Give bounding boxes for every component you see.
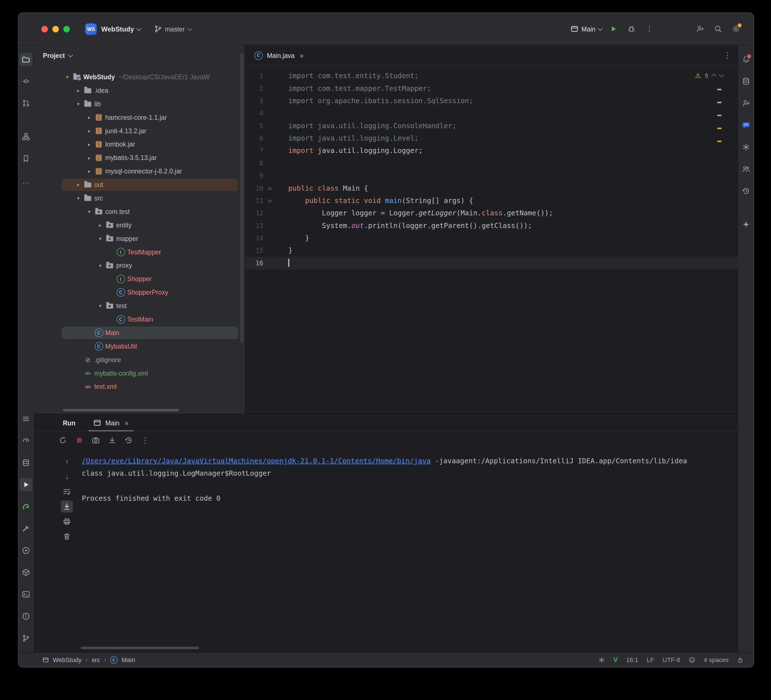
console-link[interactable]: /Users/eve/Library/Java/JavaVirtualMachi…	[82, 457, 431, 465]
services-button[interactable]	[20, 544, 33, 557]
warning-stripe-mark[interactable]	[717, 102, 722, 103]
code-line-15[interactable]: 15}	[246, 244, 738, 257]
code-line-2[interactable]: 2import com.test.mapper.TestMapper;	[246, 82, 738, 95]
tree-item-mybatis-3-5-13-jar[interactable]: ▸mybatis-3.5.13.jar	[34, 151, 245, 164]
next-message-button[interactable]: ↓	[61, 471, 73, 483]
tree-item-com-test[interactable]: ▾com.test	[34, 205, 245, 218]
run-button[interactable]	[607, 23, 620, 36]
code-line-16[interactable]: 16	[246, 257, 738, 269]
search-everywhere-button[interactable]	[712, 23, 725, 36]
run-configurations-button[interactable]	[20, 413, 33, 426]
chevron-expanded-icon[interactable]: ▾	[96, 303, 105, 309]
code-line-4[interactable]: 4	[246, 107, 738, 120]
recent-history-button[interactable]	[740, 184, 752, 197]
plugin-status-letter[interactable]: V	[613, 656, 618, 664]
code-line-3[interactable]: 3import org.apache.ibatis.session.SqlSes…	[246, 95, 738, 107]
chevron-collapsed-icon[interactable]: ▸	[85, 168, 94, 174]
code-line-11[interactable]: 11▷ public static void main(String[] arg…	[246, 195, 738, 207]
chevron-expanded-icon[interactable]: ▾	[74, 101, 83, 107]
print-button[interactable]	[61, 516, 73, 528]
chevron-expanded-icon[interactable]: ▾	[63, 74, 72, 80]
chevron-collapsed-icon[interactable]: ▸	[85, 142, 94, 147]
tree-item-mysql-connector-j-8-2-0-jar[interactable]: ▸mysql-connector-j-8.2.0.jar	[34, 164, 245, 178]
feedback-icon[interactable]	[689, 657, 695, 663]
code-line-5[interactable]: 5import java.util.logging.ConsoleHandler…	[246, 120, 738, 132]
indent-setting[interactable]: 4 spaces	[704, 656, 729, 663]
run-button[interactable]	[20, 478, 33, 491]
tree-item-text-xml[interactable]: </>text.xml	[34, 380, 245, 393]
green-plugin-button[interactable]	[20, 500, 33, 513]
pull-requests-button[interactable]	[20, 97, 33, 110]
project-selector[interactable]: WebStudy	[101, 25, 141, 33]
tree-item-main[interactable]: CMain	[34, 326, 245, 339]
code-line-10[interactable]: 10▷public class Main {	[246, 182, 738, 194]
chevron-expanded-icon[interactable]: ▾	[74, 195, 83, 201]
thread-dump-button[interactable]	[90, 434, 102, 447]
scroll-to-end-button[interactable]	[61, 501, 73, 513]
file-encoding[interactable]: UTF-8	[662, 656, 680, 663]
close-tab-icon[interactable]: ×	[299, 51, 304, 60]
commit-button[interactable]	[20, 75, 33, 88]
breadcrumb-project[interactable]: WebStudy	[53, 656, 81, 663]
code-line-8[interactable]: 8	[246, 157, 738, 169]
branch-selector[interactable]: master	[154, 25, 192, 33]
tree-item-mapper[interactable]: ▾mapper	[34, 232, 245, 245]
build-button[interactable]	[20, 522, 33, 535]
code-line-1[interactable]: 1import com.test.entity.Student;	[246, 70, 738, 82]
tree-item-testmain[interactable]: CTestMain	[34, 313, 245, 326]
warning-stripe-mark[interactable]	[717, 89, 722, 90]
tree-item-webstudy[interactable]: ▾WebStudy~/Desktop/CS/JavaEE/1 JavaW	[34, 70, 245, 84]
code-with-me-button[interactable]	[694, 23, 707, 36]
breadcrumb-src[interactable]: src	[92, 656, 100, 663]
run-gutter-icon[interactable]: ▷	[263, 195, 277, 207]
ai-chat-button[interactable]	[740, 119, 752, 132]
close-window-button[interactable]	[41, 26, 48, 32]
more-options-button[interactable]: ⋮	[139, 434, 151, 447]
chatgpt-status-icon[interactable]	[599, 657, 605, 663]
tree-item-hamcrest-core-1-1-jar[interactable]: ▸hamcrest-core-1.1.jar	[34, 111, 245, 124]
collaborate-button[interactable]	[740, 97, 752, 110]
run-console[interactable]: /Users/eve/Library/Java/JavaVirtualMachi…	[78, 449, 738, 652]
code-line-9[interactable]: 9	[246, 169, 738, 182]
tree-item-shopperproxy[interactable]: CShopperProxy	[34, 286, 245, 299]
prev-message-button[interactable]: ↑	[61, 456, 73, 468]
code-editor[interactable]: 1import com.test.entity.Student;2import …	[246, 66, 738, 414]
dependencies-button[interactable]	[20, 566, 33, 579]
code-line-7[interactable]: 7import java.util.logging.Logger;	[246, 145, 738, 157]
tree-item-entity[interactable]: ▸entity	[34, 218, 245, 232]
zoom-window-button[interactable]	[63, 26, 70, 32]
warning-stripe-mark[interactable]	[717, 128, 722, 129]
version-control-button[interactable]	[20, 632, 33, 645]
more-actions-button[interactable]: ⋮	[643, 23, 656, 36]
line-separator[interactable]: LF	[647, 656, 654, 663]
tree-item-testmapper[interactable]: ITestMapper	[34, 245, 245, 259]
tree-item-proxy[interactable]: ▾proxy	[34, 259, 245, 272]
problems-button[interactable]	[20, 610, 33, 623]
structure-button[interactable]	[20, 130, 33, 143]
minimize-window-button[interactable]	[52, 26, 59, 32]
chevron-collapsed-icon[interactable]: ▸	[96, 223, 105, 228]
run-history-button[interactable]	[123, 434, 135, 447]
console-horizontal-scrollbar[interactable]	[81, 646, 199, 649]
run-tab-main[interactable]: Main ×	[88, 414, 135, 431]
tree-item-shopper[interactable]: IShopper	[34, 272, 245, 286]
notifications-button[interactable]	[740, 53, 752, 66]
chatgpt-button[interactable]	[740, 141, 752, 153]
project-panel-header[interactable]: Project	[34, 45, 245, 65]
project-button[interactable]	[20, 53, 33, 66]
chevron-collapsed-icon[interactable]: ▸	[85, 128, 94, 134]
inspections-widget[interactable]: ⚠ 5	[695, 72, 723, 79]
terminal-button[interactable]	[20, 588, 33, 601]
editor-options-icon[interactable]: ⋮	[724, 51, 731, 60]
soft-wrap-button[interactable]	[61, 486, 73, 498]
stop-button[interactable]	[73, 434, 86, 447]
tree-item-mybatisutil[interactable]: CMybatisUtil	[34, 339, 245, 353]
prev-warning-icon[interactable]	[711, 74, 716, 79]
bookmarks-button[interactable]	[20, 152, 33, 165]
warning-stripe-mark[interactable]	[717, 115, 722, 116]
chevron-collapsed-icon[interactable]: ▸	[74, 88, 83, 93]
database-button[interactable]	[20, 456, 33, 469]
tree-item-test[interactable]: ▾test	[34, 299, 245, 313]
caret-position[interactable]: 16:1	[626, 656, 638, 663]
tree-item-src[interactable]: ▾src	[34, 192, 245, 205]
